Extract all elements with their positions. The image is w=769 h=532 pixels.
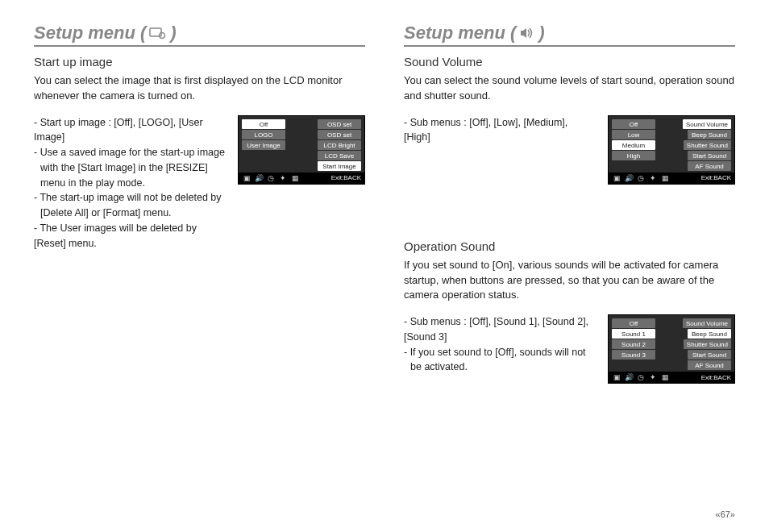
tab-icon: ✦	[278, 174, 288, 182]
menu-option: Beep Sound	[688, 130, 731, 139]
bullet-item: - Start up image : [Off], [LOGO], [User …	[34, 115, 227, 146]
section-heading: Sound Volume	[404, 55, 735, 69]
display-settings-icon	[149, 27, 167, 39]
exit-hint: Exit:BACK	[701, 374, 731, 381]
title-text-post: )	[170, 23, 176, 44]
menu-option	[612, 360, 655, 370]
setup-menu-title-left: Setup menu ( )	[34, 23, 365, 47]
menu-option: OSD set	[318, 130, 361, 139]
menu-option: LCD Bright	[318, 140, 361, 150]
tab-icon: ▣	[242, 174, 251, 182]
tab-icon: ▣	[612, 373, 621, 381]
bullet-item: - The start-up image will not be deleted…	[34, 190, 227, 221]
bullet-item: - If you set sound to [Off], sounds will…	[404, 345, 596, 376]
menu-option: Sound 2	[612, 339, 655, 349]
menu-option	[612, 161, 655, 171]
menu-option: OSD set	[318, 119, 361, 129]
tab-icon: ◷	[636, 373, 646, 381]
menu-option: User Image	[242, 140, 285, 150]
page-number: «67»	[716, 509, 735, 519]
tab-icon: ▣	[612, 174, 621, 182]
tab-icon: ▦	[660, 373, 670, 381]
menu-option: Shutter Sound	[684, 140, 731, 150]
tab-icon: ◷	[266, 174, 276, 182]
menu-option: Shutter Sound	[684, 339, 731, 349]
bullet-item: - Sub menus : [Off], [Low], [Medium], [H…	[404, 115, 596, 146]
sound-icon	[519, 27, 535, 39]
tab-icon: 🔊	[624, 373, 634, 381]
tab-icon: ✦	[648, 174, 658, 182]
menu-option: Start Sound	[688, 350, 731, 360]
menu-option: AF Sound	[688, 360, 731, 370]
svg-point-1	[160, 33, 165, 39]
lcd-screenshot-startimage: OffOSD setLOGOOSD setUser ImageLCD Brigh…	[238, 115, 365, 185]
menu-option: Start Image	[318, 161, 361, 171]
section-desc: If you set sound to [On], various sounds…	[404, 258, 735, 304]
menu-option: Off	[242, 119, 285, 129]
exit-hint: Exit:BACK	[701, 174, 731, 181]
menu-option: AF Sound	[688, 161, 731, 171]
section-heading: Operation Sound	[404, 239, 735, 253]
right-column: Setup menu ( ) Sound Volume You can sele…	[404, 23, 735, 384]
exit-hint: Exit:BACK	[331, 174, 361, 181]
menu-option: Sound Volume	[683, 318, 731, 328]
menu-option: Sound 3	[612, 350, 655, 360]
bullet-list: - Start up image : [Off], [LOGO], [User …	[34, 115, 227, 251]
menu-option: Sound Volume	[683, 119, 731, 129]
lcd-screenshot-operationsound: OffSound VolumeSound 1Beep SoundSound 2S…	[608, 314, 735, 384]
title-text-post: )	[538, 23, 544, 44]
section-desc: You can select the sound volume levels o…	[404, 73, 735, 104]
menu-option: Beep Sound	[688, 329, 731, 339]
tab-icon: 🔊	[624, 174, 634, 182]
menu-option	[242, 151, 285, 160]
menu-option: LOGO	[242, 130, 285, 139]
section-heading: Start up image	[34, 55, 365, 69]
setup-menu-title-right: Setup menu ( )	[404, 23, 735, 47]
bullet-item: - Use a saved image for the start-up ima…	[34, 145, 227, 190]
lcd-screenshot-soundvolume: OffSound VolumeLowBeep SoundMediumShutte…	[608, 115, 735, 185]
title-text-pre: Setup menu (	[34, 23, 146, 44]
menu-option: Off	[612, 119, 655, 129]
menu-option: Medium	[612, 140, 655, 150]
bullet-list: - Sub menus : [Off], [Sound 1], [Sound 2…	[404, 314, 596, 375]
menu-option: Low	[612, 130, 655, 139]
menu-option: Sound 1	[612, 329, 655, 339]
tab-icon: ▦	[660, 174, 670, 182]
title-text-pre: Setup menu (	[404, 23, 516, 44]
section-desc: You can select the image that is first d…	[34, 73, 365, 104]
bullet-item: - The User images will be deleted by [Re…	[34, 221, 227, 251]
tab-icon: ▦	[290, 174, 300, 182]
menu-option: Off	[612, 318, 655, 328]
menu-option: High	[612, 151, 655, 160]
tab-icon: 🔊	[254, 174, 264, 182]
menu-option	[242, 161, 285, 171]
bullet-item: - Sub menus : [Off], [Sound 1], [Sound 2…	[404, 314, 596, 345]
tab-icon: ◷	[636, 174, 646, 182]
menu-option: LCD Save	[318, 151, 361, 160]
tab-icon: ✦	[648, 373, 658, 381]
bullet-list: - Sub menus : [Off], [Low], [Medium], [H…	[404, 115, 596, 146]
left-column: Setup menu ( ) Start up image You can se…	[34, 23, 365, 384]
menu-option: Start Sound	[688, 151, 731, 160]
